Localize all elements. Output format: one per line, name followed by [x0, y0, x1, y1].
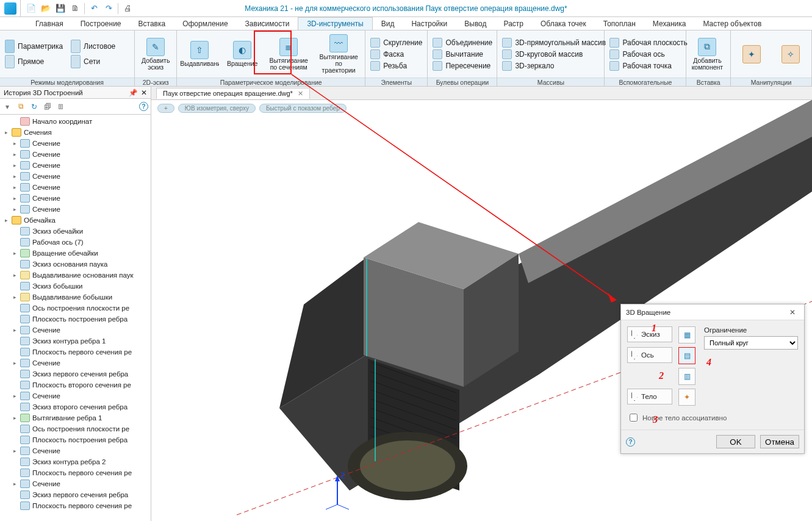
ribbon-command[interactable]: Рабочая точка	[607, 60, 689, 71]
ribbon-command[interactable]: Вычитание	[430, 49, 495, 60]
tree-item[interactable]: Плоскость построения ребра	[0, 314, 151, 325]
ribbon-command[interactable]: 3D-круговой массив	[500, 49, 608, 60]
tree-item[interactable]: ▸Вытягивание ребра 1	[0, 412, 151, 423]
expand-icon[interactable]: ▸	[12, 360, 18, 366]
revolve-button[interactable]: ◐Вращение	[222, 32, 262, 76]
ribbon-command[interactable]: Фаска	[368, 49, 425, 60]
ribbon-command[interactable]: Скругление	[368, 37, 425, 48]
expand-icon[interactable]: ▸	[12, 195, 18, 201]
close-icon[interactable]: ✕	[786, 306, 799, 319]
ribbon-command[interactable]: Рабочая плоскость	[607, 37, 689, 48]
tree-item[interactable]: Плоскость второго сечения ре	[0, 379, 151, 390]
tree-item[interactable]: ▸Сечение	[0, 445, 151, 456]
ribbon-command[interactable]: 3D-зеркало	[500, 60, 608, 71]
redo-icon[interactable]: ↷	[102, 2, 115, 15]
tree-item[interactable]: ▸Сечение	[0, 325, 151, 336]
pin-icon[interactable]: 📌	[129, 88, 137, 97]
tree-item[interactable]: Эскиз обечайки	[0, 226, 151, 237]
ribbon-tab[interactable]: Мастер объектов	[694, 17, 770, 30]
save-all-icon[interactable]: 🗎	[68, 2, 82, 15]
tree-item[interactable]: ▸Сечение	[0, 390, 151, 401]
view-crumb[interactable]: Быстрый с показом ребер	[259, 104, 347, 113]
tree-item[interactable]: ▸Выдавливание бобышки	[0, 292, 151, 303]
tree-item[interactable]: Плоскость первого сечения ре	[0, 467, 151, 478]
expand-icon[interactable]: ▸	[12, 327, 18, 333]
tree-item[interactable]: ▸Вращение обечайки	[0, 248, 151, 259]
dialog-title-bar[interactable]: 3D Вращение ✕	[621, 304, 804, 320]
tree-item[interactable]: Рабочая ось (7)	[0, 237, 151, 248]
tree-item[interactable]: Эскиз основания паука	[0, 259, 151, 270]
pick-sketch[interactable]: Эскиз	[627, 326, 672, 342]
ok-button[interactable]: OK	[716, 435, 755, 448]
expand-icon[interactable]: ▸	[12, 184, 18, 190]
ribbon-tab[interactable]: Топоплан	[595, 17, 644, 30]
ribbon-tab[interactable]: Механика	[644, 17, 695, 30]
expand-icon[interactable]: ▸	[4, 217, 9, 223]
tree-item[interactable]: Ось построения плоскости ре	[0, 423, 151, 434]
ribbon-tab[interactable]: Построение	[72, 17, 130, 30]
tree-item[interactable]: Эскиз контура ребра 2	[0, 456, 151, 467]
expand-icon[interactable]: ▸	[12, 206, 18, 212]
ribbon-tab[interactable]: Вставка	[130, 17, 174, 30]
expand-icon[interactable]: ▸	[12, 415, 18, 421]
app-logo[interactable]	[0, 0, 21, 16]
mode-intersect-button[interactable]: ▥	[678, 368, 695, 385]
ribbon-tab[interactable]: Настройки	[403, 17, 456, 30]
tree-item[interactable]: ▸Сечения	[0, 127, 151, 138]
ribbon-tab[interactable]: Растр	[495, 17, 532, 30]
mode-new-body-button[interactable]: ✦	[678, 389, 695, 406]
ribbon-tab[interactable]: Оформление	[174, 17, 236, 30]
print-icon[interactable]: 🖨	[121, 2, 134, 15]
close-icon[interactable]: ✕	[298, 90, 303, 98]
tree-item[interactable]: ▸Сечение	[0, 149, 151, 160]
view-crumb[interactable]: ЮВ изометрия, сверху	[178, 104, 256, 113]
mode-add-button[interactable]: ▦	[678, 326, 695, 343]
ribbon-command[interactable]: Рабочая ось	[607, 49, 689, 60]
mode-parametric[interactable]: Параметрика	[2, 39, 66, 54]
tree-item[interactable]: ▸Сечение	[0, 478, 151, 489]
add-component-button[interactable]: ⧉Добавить компонент	[689, 32, 725, 76]
ribbon-command[interactable]: 3D-прямоугольный массив	[500, 37, 608, 48]
document-tab[interactable]: Паук отверстие операция вращение.dwg* ✕	[156, 88, 310, 99]
view-crumb[interactable]: +	[157, 104, 174, 113]
tree-item[interactable]: Плоскость первого сечения ре	[0, 347, 151, 358]
ribbon-tab[interactable]: Зависимости	[237, 17, 298, 30]
tree-item[interactable]: ▸Сечение	[0, 182, 151, 193]
open-icon[interactable]: 📂	[39, 2, 52, 15]
tree-item[interactable]: Эскиз второго сечения ребра	[0, 401, 151, 412]
mode-mesh[interactable]: Сети	[68, 54, 132, 69]
limit-select[interactable]: Полный круг	[704, 336, 798, 350]
expand-icon[interactable]: ▸	[12, 393, 18, 399]
tree-item[interactable]: ▸Сечение	[0, 358, 151, 368]
ribbon-tab[interactable]: Вид	[373, 17, 403, 30]
refresh-icon[interactable]: ↻	[29, 102, 39, 112]
tree-item[interactable]: ▸Сечение	[0, 193, 151, 204]
tree-item[interactable]: Эскиз первого сечения ребра	[0, 489, 151, 500]
tree-item[interactable]: Эскиз бобышки	[0, 281, 151, 292]
mode-direct[interactable]: Прямое	[2, 54, 66, 69]
assoc-checkbox-row[interactable]: Новое тело ассоциативно	[621, 409, 804, 426]
ribbon-tab[interactable]: 3D-инструменты	[298, 17, 372, 30]
tree-item[interactable]: ▸Сечение	[0, 204, 151, 215]
save-icon[interactable]: 💾	[54, 2, 67, 15]
expand-icon[interactable]: ▸	[12, 173, 18, 179]
ribbon-tab[interactable]: Главная	[27, 17, 72, 30]
expand-icon[interactable]: ▸	[12, 140, 18, 146]
tree-item[interactable]: Плоскость построения ребра	[0, 434, 151, 445]
help-icon[interactable]: ?	[139, 102, 148, 111]
expand-icon[interactable]: ▸	[4, 129, 9, 135]
tree-item[interactable]: ▸Сечение	[0, 160, 151, 171]
tree-item[interactable]: Начало координат	[0, 116, 151, 127]
ribbon-command[interactable]: Объединение	[430, 37, 495, 48]
paste-icon[interactable]: 🗏	[56, 102, 66, 112]
ribbon-tab[interactable]: Облака точек	[532, 17, 595, 30]
expand-icon[interactable]: ▸	[12, 294, 18, 300]
expand-icon[interactable]: ▸	[12, 272, 18, 278]
help-icon[interactable]: ?	[626, 437, 635, 447]
manipulate-button[interactable]: ✦	[733, 32, 770, 76]
undo-icon[interactable]: ↶	[87, 2, 101, 15]
tree-item[interactable]: Эскиз контура ребра 1	[0, 336, 151, 347]
add-sketch-button[interactable]: ✎Добавить эскиз	[137, 32, 174, 76]
mode-cut-button[interactable]: ▤	[678, 347, 695, 364]
param-op-button[interactable]: 〰Вытягивание по траектории	[315, 32, 362, 76]
